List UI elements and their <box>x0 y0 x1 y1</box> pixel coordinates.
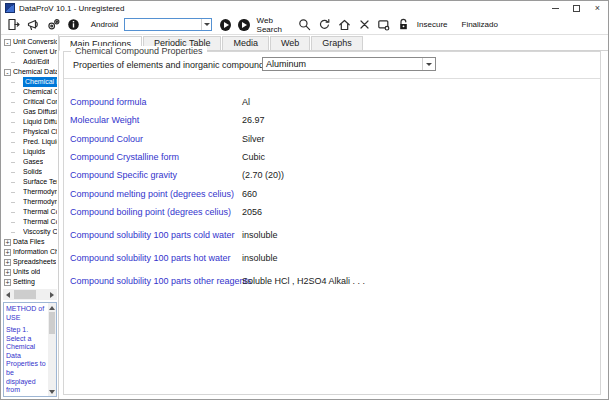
property-value: 2056 <box>242 207 262 217</box>
selection-tree: -Unit Conversions Convert Unit Add/Edit … <box>3 37 57 287</box>
tree-item-units-old[interactable]: +Units old <box>3 267 57 277</box>
tree-collapse-icon[interactable]: - <box>4 69 11 76</box>
stop-button[interactable] <box>357 17 371 32</box>
method-vertical-scrollbar[interactable] <box>48 303 56 396</box>
app-icon <box>5 3 15 13</box>
search-icon <box>298 18 311 31</box>
property-row: Compound solubility 100 parts cold water… <box>64 230 600 241</box>
info-button[interactable] <box>67 17 81 32</box>
scroll-up-button[interactable] <box>48 303 56 312</box>
property-value: insoluble <box>242 230 278 240</box>
security-button[interactable] <box>397 17 411 32</box>
tree-item-thermodynamics-2[interactable]: Thermodynam <box>3 197 57 207</box>
minimize-button[interactable] <box>545 2 566 15</box>
tree-item-data-files[interactable]: +Data Files <box>3 237 57 247</box>
announcement-button[interactable] <box>27 17 41 32</box>
property-row: Compound Crystalline formCubic <box>64 152 600 163</box>
go-button-2[interactable] <box>238 19 249 31</box>
selected-tree-item: Chemical Inor <box>23 77 57 87</box>
arrow-up-icon <box>49 306 55 310</box>
scrollbar-thumb[interactable] <box>14 290 36 299</box>
property-label: Compound solubility 100 parts hot water <box>70 253 231 263</box>
sidebar: -Unit Conversions Convert Unit Add/Edit … <box>1 35 59 399</box>
tree-expand-icon[interactable]: + <box>4 259 11 266</box>
property-row: Compound ColourSilver <box>64 134 600 145</box>
tree-item-solids[interactable]: Solids <box>3 167 57 177</box>
refresh-icon <box>318 18 331 31</box>
method-of-use-text: Step 1. Select a Chemical Data Propertie… <box>6 326 47 395</box>
property-label: Compound Specific gravity <box>70 170 177 180</box>
method-of-use-panel: METHOD of USE Step 1. Select a Chemical … <box>3 302 57 397</box>
search-input[interactable] <box>125 19 201 30</box>
settings-button[interactable] <box>47 17 61 32</box>
property-value: 26.97 <box>242 115 265 125</box>
scroll-left-button[interactable] <box>3 289 13 300</box>
tree-expand-icon[interactable]: + <box>4 239 11 246</box>
play-icon <box>224 22 229 28</box>
megaphone-icon <box>27 18 40 31</box>
home-button[interactable] <box>337 17 351 32</box>
tree-item-liquids[interactable]: Liquids <box>3 147 57 157</box>
capture-button[interactable] <box>377 17 391 32</box>
property-value: insoluble <box>242 253 278 263</box>
tree-item-convert-unit[interactable]: Convert Unit <box>3 47 57 57</box>
tree-item-gas-diffusivity[interactable]: Gas Diffusivit <box>3 107 57 117</box>
unlock-icon <box>397 18 410 31</box>
tree-item-gases[interactable]: Gases <box>3 157 57 167</box>
minimize-icon <box>552 8 559 9</box>
tree-expand-icon[interactable]: + <box>4 279 11 286</box>
property-row: Compound solubility 100 parts other reag… <box>64 276 600 287</box>
tree-expand-icon[interactable]: + <box>4 269 11 276</box>
tree-collapse-icon[interactable]: - <box>4 39 11 46</box>
go-button-1[interactable] <box>220 19 231 31</box>
close-button[interactable]: × <box>587 2 608 15</box>
app-window: DataProV 10.1 - Unregistered × Android W… <box>0 0 609 400</box>
exit-button[interactable] <box>7 17 21 32</box>
tree-item-viscosity-calc[interactable]: Viscosity Calc <box>3 227 57 237</box>
title-bar: DataProV 10.1 - Unregistered × <box>1 1 608 15</box>
search-combobox[interactable] <box>124 18 212 31</box>
tree-expand-icon[interactable]: + <box>4 249 11 256</box>
property-label: Compound boiling point (degrees celius) <box>70 207 231 217</box>
tree-item-chemical-inorganic[interactable]: Chemical Inor <box>3 77 57 87</box>
tree-item-pred-liquid[interactable]: Pred. Liquid H <box>3 137 57 147</box>
gears-icon <box>47 18 60 31</box>
tree-item-surface-tension[interactable]: Surface Tensi <box>3 177 57 187</box>
tree-horizontal-scrollbar[interactable] <box>3 289 57 300</box>
maximize-button[interactable] <box>566 2 587 15</box>
refresh-button[interactable] <box>317 17 331 32</box>
tree-item-information-chart[interactable]: +Information Chart <box>3 247 57 257</box>
tree-item-spreadsheets[interactable]: +Spreadsheets <box>3 257 57 267</box>
status-label: Finalizado <box>462 20 498 29</box>
property-row: Molecular Weight26.97 <box>64 115 600 126</box>
compound-selector-row: Properties of elements and inorganic com… <box>64 52 600 79</box>
combo-dropdown-button[interactable] <box>422 58 435 70</box>
scrollbar-thumb[interactable] <box>49 312 55 334</box>
tree-item-critical-constants[interactable]: Critical Const <box>3 97 57 107</box>
scroll-right-button[interactable] <box>47 289 57 300</box>
tab-web[interactable]: Web <box>270 36 310 50</box>
tree-item-liquid-diffusivity[interactable]: Liquid Diffusi <box>3 117 57 127</box>
tree-item-setting[interactable]: +Setting <box>3 277 57 287</box>
tree-item-chemical-organic[interactable]: Chemical Org <box>3 87 57 97</box>
property-label: Compound formula <box>70 97 147 107</box>
tab-media[interactable]: Media <box>222 36 269 50</box>
chevron-down-icon <box>426 63 432 66</box>
compound-combobox[interactable]: Aluminum <box>262 57 436 71</box>
search-button[interactable] <box>297 17 311 32</box>
tree-item-physical-chemistry[interactable]: Physical Cher <box>3 127 57 137</box>
chevron-down-icon <box>204 23 210 26</box>
tree-item-thermodynamics-1[interactable]: Thermodynam <box>3 187 57 197</box>
arrow-right-icon <box>50 292 54 298</box>
tree-item-thermal-conductivity-1[interactable]: Thermal Cond <box>3 207 57 217</box>
combo-dropdown-button[interactable] <box>201 19 211 30</box>
scroll-down-button[interactable] <box>48 387 56 396</box>
tab-graphs[interactable]: Graphs <box>311 36 363 50</box>
tree-item-thermal-conductivity-2[interactable]: Thermal Cond <box>3 217 57 227</box>
tree-item-chemical-data[interactable]: -Chemical Data <box>3 67 57 77</box>
play-icon <box>242 22 247 28</box>
compound-selector-label: Properties of elements and inorganic com… <box>73 60 269 70</box>
tree-item-add-edit[interactable]: Add/Edit <box>3 57 57 67</box>
compound-combobox-value: Aluminum <box>263 58 422 70</box>
tree-item-unit-conversions[interactable]: -Unit Conversions <box>3 37 57 47</box>
